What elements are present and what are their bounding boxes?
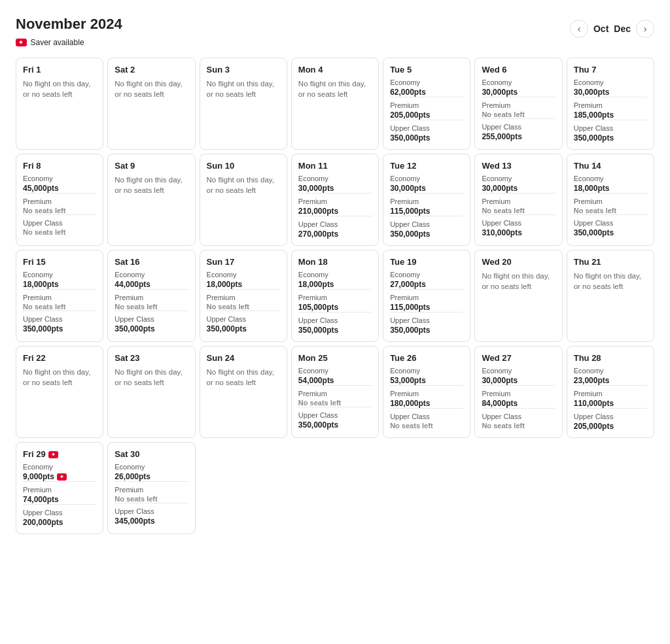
day-cell[interactable]: Wed 13Economy30,000ptsPremiumNo seats le… bbox=[474, 154, 562, 246]
fare-label: Premium bbox=[390, 294, 463, 301]
day-cell[interactable]: Tue 26Economy53,000ptsPremium180,000ptsU… bbox=[383, 346, 470, 438]
fare-row: Economy53,000pts bbox=[390, 367, 463, 385]
fare-value: No seats left bbox=[390, 422, 463, 430]
fare-section: Economy30,000ptsPremiumNo seats leftUppe… bbox=[482, 78, 555, 141]
fare-label: Upper Class bbox=[23, 219, 96, 227]
fare-value: 53,000pts bbox=[390, 376, 463, 385]
fare-value: 200,000pts bbox=[23, 518, 96, 527]
fare-label: Economy bbox=[298, 367, 372, 375]
fare-label: Economy bbox=[574, 367, 647, 375]
fare-row: Upper Class255,000pts bbox=[482, 118, 555, 141]
fare-section: Economy44,000ptsPremiumNo seats leftUppe… bbox=[115, 271, 188, 333]
day-cell[interactable]: Thu 14Economy18,000ptsPremiumNo seats le… bbox=[567, 154, 654, 246]
day-cell[interactable]: Thu 7Economy30,000ptsPremium185,000ptsUp… bbox=[567, 58, 654, 150]
day-cell[interactable]: Mon 11Economy30,000ptsPremium210,000ptsU… bbox=[291, 154, 379, 246]
day-cell[interactable]: Mon 25Economy54,000ptsPremiumNo seats le… bbox=[291, 346, 379, 438]
fare-value: 30,000pts bbox=[390, 184, 463, 193]
fare-label: Premium bbox=[574, 197, 647, 205]
day-cell[interactable]: Fri 1No flight on this day, or no seats … bbox=[16, 58, 103, 150]
fare-row: Premium105,000pts bbox=[298, 289, 372, 312]
day-cell[interactable]: Sun 10No flight on this day, or no seats… bbox=[200, 154, 287, 246]
fare-value: 23,000pts bbox=[574, 376, 647, 385]
day-cell[interactable]: Tue 5Economy62,000ptsPremium205,000ptsUp… bbox=[383, 58, 470, 150]
fare-section: Economy18,000ptsPremiumNo seats leftUppe… bbox=[574, 175, 647, 237]
fare-value: 45,000pts bbox=[23, 184, 96, 193]
fare-section: Economy30,000ptsPremium84,000ptsUpper Cl… bbox=[482, 367, 555, 430]
fare-value: 185,000pts bbox=[574, 110, 647, 120]
no-flight-text: No flight on this day, or no seats left bbox=[298, 78, 372, 99]
fare-value: 180,000pts bbox=[390, 399, 463, 408]
header-left: November 2024 ✦ Saver available bbox=[16, 16, 122, 47]
no-flight-text: No flight on this day, or no seats left bbox=[482, 271, 555, 292]
day-cell[interactable]: Sat 2No flight on this day, or no seats … bbox=[107, 58, 195, 150]
fare-value: No seats left bbox=[482, 110, 555, 118]
day-cell[interactable]: Mon 18Economy18,000ptsPremium105,000ptsU… bbox=[291, 250, 379, 342]
fare-label: Economy bbox=[298, 175, 372, 182]
day-name: Mon 25 bbox=[298, 353, 372, 363]
day-cell[interactable]: Wed 6Economy30,000ptsPremiumNo seats lef… bbox=[474, 58, 562, 150]
fare-row: Premium185,000pts bbox=[574, 97, 647, 120]
day-name: Thu 21 bbox=[574, 257, 647, 267]
fare-row: Premium84,000pts bbox=[482, 385, 555, 408]
day-cell[interactable]: Wed 20No flight on this day, or no seats… bbox=[474, 250, 562, 342]
fare-value: No seats left bbox=[115, 303, 188, 311]
day-name: Sat 23 bbox=[115, 353, 188, 363]
day-name: Wed 6 bbox=[482, 65, 555, 75]
day-cell[interactable]: Sun 17Economy18,000ptsPremiumNo seats le… bbox=[200, 250, 287, 342]
fare-label: Economy bbox=[390, 367, 463, 375]
day-name: Tue 5 bbox=[390, 65, 463, 75]
day-cell[interactable]: Wed 27Economy30,000ptsPremium84,000ptsUp… bbox=[474, 346, 562, 438]
fare-value: 30,000pts bbox=[482, 184, 555, 193]
fare-value: No seats left bbox=[574, 207, 647, 214]
no-flight-text: No flight on this day, or no seats left bbox=[115, 367, 188, 388]
saver-badge: ✦ Saver available bbox=[16, 38, 84, 47]
fare-label: Upper Class bbox=[207, 315, 280, 323]
day-cell[interactable]: Mon 4No flight on this day, or no seats … bbox=[291, 58, 379, 150]
fare-label: Upper Class bbox=[390, 316, 463, 324]
fare-row: Economy27,000pts bbox=[390, 271, 463, 289]
fare-label: Upper Class bbox=[574, 413, 647, 420]
day-cell[interactable]: Sat 16Economy44,000ptsPremiumNo seats le… bbox=[107, 250, 195, 342]
no-flight-text: No flight on this day, or no seats left bbox=[207, 78, 280, 99]
next-month-button[interactable]: › bbox=[636, 20, 654, 38]
no-flight-text: No flight on this day, or no seats left bbox=[23, 367, 96, 388]
fare-label: Premium bbox=[574, 101, 647, 109]
fare-row: Upper Class350,000pts bbox=[390, 312, 463, 335]
day-cell[interactable]: Thu 28Economy23,000ptsPremium110,000ptsU… bbox=[567, 346, 654, 438]
day-cell[interactable]: Sat 23No flight on this day, or no seats… bbox=[107, 346, 195, 438]
day-name: Tue 19 bbox=[390, 257, 463, 267]
fare-label: Premium bbox=[23, 294, 96, 301]
fare-row: PremiumNo seats left bbox=[23, 289, 96, 311]
day-cell[interactable]: Thu 21No flight on this day, or no seats… bbox=[567, 250, 654, 342]
day-cell[interactable]: Fri 15Economy18,000ptsPremiumNo seats le… bbox=[16, 250, 103, 342]
day-cell[interactable]: Tue 19Economy27,000ptsPremium115,000ptsU… bbox=[383, 250, 470, 342]
fare-value: 18,000pts bbox=[574, 184, 647, 193]
no-flight-text: No flight on this day, or no seats left bbox=[115, 78, 188, 99]
fare-value: 44,000pts bbox=[115, 280, 188, 289]
day-cell[interactable]: Tue 12Economy30,000ptsPremium115,000ptsU… bbox=[383, 154, 470, 246]
month-navigation: ‹ Oct Dec › bbox=[570, 20, 654, 38]
day-name: Mon 11 bbox=[298, 161, 372, 171]
fare-row: Premium210,000pts bbox=[298, 193, 372, 216]
day-cell[interactable]: Fri 22No flight on this day, or no seats… bbox=[16, 346, 103, 438]
day-cell[interactable]: Sun 3No flight on this day, or no seats … bbox=[200, 58, 287, 150]
day-name: Sun 24 bbox=[207, 353, 280, 363]
day-cell[interactable]: Fri 29✦Economy9,000pts✦Premium74,000ptsU… bbox=[16, 442, 103, 534]
saver-icon: ✦ bbox=[16, 39, 27, 46]
saver-label: Saver available bbox=[31, 38, 84, 47]
fare-row: Economy9,000pts✦ bbox=[23, 463, 96, 481]
fare-row: Upper Class350,000pts bbox=[298, 407, 372, 430]
day-cell[interactable]: Sat 9No flight on this day, or no seats … bbox=[107, 154, 195, 246]
day-cell[interactable]: Fri 8Economy45,000ptsPremiumNo seats lef… bbox=[16, 154, 103, 246]
prev-month-button[interactable]: ‹ bbox=[570, 20, 588, 38]
fare-row: Premium205,000pts bbox=[390, 97, 463, 120]
fare-value: 115,000pts bbox=[390, 303, 463, 312]
fare-value: 26,000pts bbox=[115, 472, 188, 481]
fare-row: Upper Class350,000pts bbox=[390, 120, 463, 143]
fare-row: Upper ClassNo seats left bbox=[390, 408, 463, 430]
day-name: Sat 16 bbox=[115, 257, 188, 267]
day-cell[interactable]: Sat 30Economy26,000ptsPremiumNo seats le… bbox=[107, 442, 195, 534]
day-name: Sun 3 bbox=[207, 65, 280, 75]
day-cell[interactable]: Sun 24No flight on this day, or no seats… bbox=[200, 346, 287, 438]
fare-row: PremiumNo seats left bbox=[115, 289, 188, 311]
